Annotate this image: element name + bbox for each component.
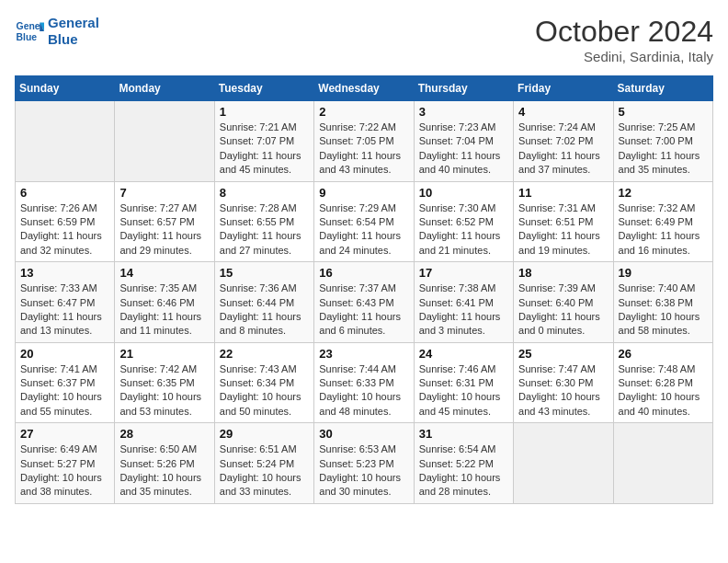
day-number: 25: [518, 347, 608, 361]
svg-text:Blue: Blue: [17, 32, 38, 42]
day-number: 7: [119, 186, 209, 200]
day-number: 21: [119, 347, 209, 361]
week-row-4: 20Sunrise: 7:41 AMSunset: 6:37 PMDayligh…: [16, 342, 713, 423]
calendar-cell: [514, 423, 613, 504]
day-number: 29: [220, 427, 309, 441]
calendar-cell: 2Sunrise: 7:22 AMSunset: 7:05 PMDaylight…: [314, 101, 414, 182]
calendar-cell: 5Sunrise: 7:25 AMSunset: 7:00 PMDaylight…: [613, 101, 712, 182]
header-day-saturday: Saturday: [613, 76, 712, 101]
header: General Blue General Blue October 2024 S…: [15, 15, 713, 64]
calendar-cell: 25Sunrise: 7:47 AMSunset: 6:30 PMDayligh…: [514, 342, 613, 423]
calendar-cell: 27Sunrise: 6:49 AMSunset: 5:27 PMDayligh…: [16, 423, 115, 504]
day-number: 4: [518, 105, 608, 119]
calendar-cell: 26Sunrise: 7:48 AMSunset: 6:28 PMDayligh…: [613, 342, 712, 423]
day-number: 20: [20, 347, 109, 361]
calendar-cell: 7Sunrise: 7:27 AMSunset: 6:57 PMDaylight…: [115, 181, 214, 262]
day-info: Sunrise: 7:42 AMSunset: 6:35 PMDaylight:…: [119, 362, 209, 419]
day-number: 26: [619, 347, 708, 361]
calendar-cell: 14Sunrise: 7:35 AMSunset: 6:46 PMDayligh…: [115, 262, 214, 343]
day-number: 19: [619, 266, 708, 280]
day-number: 14: [119, 266, 209, 280]
day-number: 11: [518, 186, 608, 200]
day-number: 24: [419, 347, 508, 361]
calendar-cell: 31Sunrise: 6:54 AMSunset: 5:22 PMDayligh…: [414, 423, 513, 504]
day-number: 27: [20, 427, 109, 441]
day-number: 16: [319, 266, 408, 280]
logo-icon: General Blue: [15, 17, 44, 46]
day-info: Sunrise: 7:22 AMSunset: 7:05 PMDaylight:…: [319, 121, 408, 178]
day-info: Sunrise: 7:23 AMSunset: 7:04 PMDaylight:…: [419, 121, 508, 178]
calendar-cell: 29Sunrise: 6:51 AMSunset: 5:24 PMDayligh…: [214, 423, 313, 504]
day-number: 31: [419, 427, 508, 441]
calendar-cell: 15Sunrise: 7:36 AMSunset: 6:44 PMDayligh…: [214, 262, 313, 343]
day-info: Sunrise: 7:32 AMSunset: 6:49 PMDaylight:…: [619, 201, 708, 259]
calendar-cell: 13Sunrise: 7:33 AMSunset: 6:47 PMDayligh…: [16, 262, 115, 343]
day-number: 23: [319, 347, 408, 361]
day-number: 30: [319, 427, 408, 441]
calendar-cell: 21Sunrise: 7:42 AMSunset: 6:35 PMDayligh…: [115, 342, 214, 423]
calendar-cell: 9Sunrise: 7:29 AMSunset: 6:54 PMDaylight…: [314, 181, 414, 262]
calendar-cell: 22Sunrise: 7:43 AMSunset: 6:34 PMDayligh…: [214, 342, 313, 423]
day-info: Sunrise: 6:54 AMSunset: 5:22 PMDaylight:…: [419, 442, 508, 500]
week-row-2: 6Sunrise: 7:26 AMSunset: 6:59 PMDaylight…: [16, 181, 713, 262]
day-number: 5: [619, 105, 708, 119]
day-info: Sunrise: 7:41 AMSunset: 6:37 PMDaylight:…: [20, 362, 109, 419]
day-info: Sunrise: 7:39 AMSunset: 6:40 PMDaylight:…: [518, 282, 608, 339]
calendar-cell: 23Sunrise: 7:44 AMSunset: 6:33 PMDayligh…: [314, 342, 414, 423]
day-number: 17: [419, 266, 508, 280]
day-info: Sunrise: 7:24 AMSunset: 7:02 PMDaylight:…: [518, 121, 608, 178]
header-day-sunday: Sunday: [16, 76, 115, 101]
calendar-cell: 20Sunrise: 7:41 AMSunset: 6:37 PMDayligh…: [16, 342, 115, 423]
day-info: Sunrise: 7:21 AMSunset: 7:07 PMDaylight:…: [220, 121, 309, 178]
day-info: Sunrise: 7:27 AMSunset: 6:57 PMDaylight:…: [119, 201, 209, 259]
calendar-table: SundayMondayTuesdayWednesdayThursdayFrid…: [15, 75, 713, 504]
calendar-cell: 19Sunrise: 7:40 AMSunset: 6:38 PMDayligh…: [613, 262, 712, 343]
day-info: Sunrise: 7:30 AMSunset: 6:52 PMDaylight:…: [419, 201, 508, 259]
calendar-cell: 24Sunrise: 7:46 AMSunset: 6:31 PMDayligh…: [414, 342, 513, 423]
calendar-cell: 4Sunrise: 7:24 AMSunset: 7:02 PMDaylight…: [514, 101, 613, 182]
day-info: Sunrise: 7:33 AMSunset: 6:47 PMDaylight:…: [20, 282, 109, 339]
calendar-cell: 30Sunrise: 6:53 AMSunset: 5:23 PMDayligh…: [314, 423, 414, 504]
week-row-5: 27Sunrise: 6:49 AMSunset: 5:27 PMDayligh…: [16, 423, 713, 504]
calendar-body: 1Sunrise: 7:21 AMSunset: 7:07 PMDaylight…: [16, 101, 713, 504]
calendar-cell: [613, 423, 712, 504]
logo: General Blue General Blue: [15, 15, 99, 48]
day-info: Sunrise: 6:53 AMSunset: 5:23 PMDaylight:…: [319, 442, 408, 500]
calendar-cell: 11Sunrise: 7:31 AMSunset: 6:51 PMDayligh…: [514, 181, 613, 262]
day-info: Sunrise: 7:48 AMSunset: 6:28 PMDaylight:…: [619, 362, 708, 419]
calendar-cell: [115, 101, 214, 182]
day-info: Sunrise: 7:43 AMSunset: 6:34 PMDaylight:…: [220, 362, 309, 419]
logo-text-blue: Blue: [48, 31, 99, 48]
day-info: Sunrise: 7:29 AMSunset: 6:54 PMDaylight:…: [319, 201, 408, 259]
location-subtitle: Sedini, Sardinia, Italy: [535, 49, 713, 64]
day-info: Sunrise: 7:40 AMSunset: 6:38 PMDaylight:…: [619, 282, 708, 339]
day-info: Sunrise: 7:44 AMSunset: 6:33 PMDaylight:…: [319, 362, 408, 419]
calendar-cell: 16Sunrise: 7:37 AMSunset: 6:43 PMDayligh…: [314, 262, 414, 343]
month-title: October 2024: [535, 15, 713, 49]
day-number: 18: [518, 266, 608, 280]
calendar-cell: 10Sunrise: 7:30 AMSunset: 6:52 PMDayligh…: [414, 181, 513, 262]
calendar-cell: 28Sunrise: 6:50 AMSunset: 5:26 PMDayligh…: [115, 423, 214, 504]
day-info: Sunrise: 7:47 AMSunset: 6:30 PMDaylight:…: [518, 362, 608, 419]
day-number: 2: [319, 105, 408, 119]
day-number: 6: [20, 186, 109, 200]
day-info: Sunrise: 7:38 AMSunset: 6:41 PMDaylight:…: [419, 282, 508, 339]
calendar-header: SundayMondayTuesdayWednesdayThursdayFrid…: [16, 76, 713, 101]
day-number: 15: [220, 266, 309, 280]
calendar-cell: 6Sunrise: 7:26 AMSunset: 6:59 PMDaylight…: [16, 181, 115, 262]
header-row: SundayMondayTuesdayWednesdayThursdayFrid…: [16, 76, 713, 101]
calendar-cell: 1Sunrise: 7:21 AMSunset: 7:07 PMDaylight…: [214, 101, 313, 182]
day-number: 8: [220, 186, 309, 200]
header-day-tuesday: Tuesday: [214, 76, 313, 101]
day-info: Sunrise: 6:50 AMSunset: 5:26 PMDaylight:…: [119, 442, 209, 500]
day-number: 13: [20, 266, 109, 280]
day-number: 22: [220, 347, 309, 361]
calendar-cell: 8Sunrise: 7:28 AMSunset: 6:55 PMDaylight…: [214, 181, 313, 262]
day-info: Sunrise: 7:35 AMSunset: 6:46 PMDaylight:…: [119, 282, 209, 339]
header-day-friday: Friday: [514, 76, 613, 101]
header-day-monday: Monday: [115, 76, 214, 101]
day-number: 10: [419, 186, 508, 200]
title-block: October 2024 Sedini, Sardinia, Italy: [535, 15, 713, 64]
day-info: Sunrise: 7:28 AMSunset: 6:55 PMDaylight:…: [220, 201, 309, 259]
calendar-cell: 17Sunrise: 7:38 AMSunset: 6:41 PMDayligh…: [414, 262, 513, 343]
